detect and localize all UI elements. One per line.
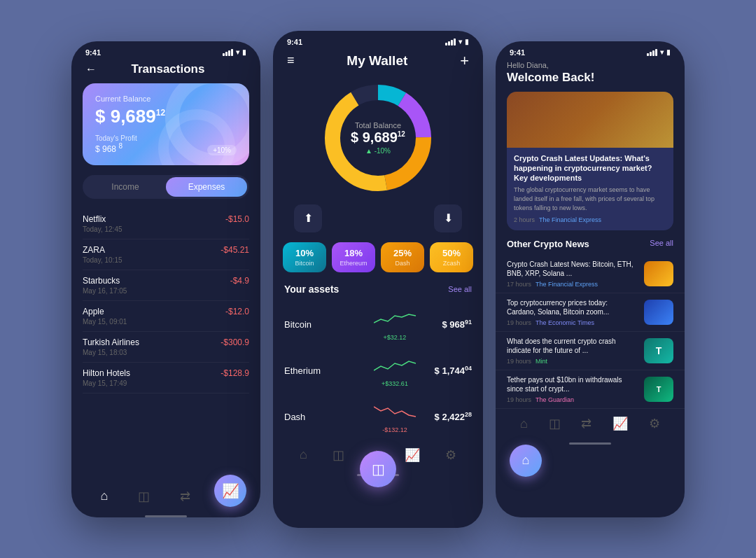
transfer-nav-icon[interactable]: ⇄	[180, 489, 190, 504]
news-content-4: Tether pays out $10bn in withdrawals sin…	[507, 375, 637, 403]
chart-nav-3[interactable]: 📈	[612, 416, 628, 431]
news-see-all[interactable]: See all	[650, 239, 673, 249]
asset-name-etherium: Etherium	[284, 365, 367, 376]
download-button[interactable]: ⬇	[434, 204, 462, 232]
profit-badge: +10%	[207, 145, 237, 155]
home-nav-3[interactable]: ⌂	[520, 417, 528, 431]
balance-label: Current Balance	[95, 95, 237, 103]
time-1: 9:41	[85, 48, 101, 57]
news-hero-title: Crypto Crash Latest Updates: What's happ…	[514, 153, 666, 183]
news-content-3: What does the current crypto crash indic…	[507, 337, 637, 365]
bottom-indicator-1	[145, 515, 187, 517]
wifi-icon: ▾	[236, 48, 239, 56]
balance-amount: $ 9,68912	[95, 106, 237, 127]
list-item[interactable]: Etherium +$332.61 $ 1,74404	[273, 348, 483, 394]
signal-icon	[223, 49, 233, 56]
battery-icon: ▮	[242, 48, 246, 56]
donut-actions: ⬆ ⬇	[273, 204, 483, 232]
donut-amount: $ 9,68912	[351, 130, 405, 146]
dash-pill[interactable]: 25% Dash	[381, 242, 424, 272]
etherium-value: $ 1,74404	[423, 365, 472, 376]
home-nav-icon[interactable]: ⌂	[100, 489, 108, 503]
table-row[interactable]: NetflixToday, 12:45 -$15.0	[83, 209, 249, 239]
news-content-2: Top cryptocurrency prices today: Cardano…	[507, 298, 637, 326]
list-item[interactable]: Bitcoin +$32.12 $ 96891	[273, 302, 483, 348]
list-item[interactable]: Crypto Crash Latest News: Bitcoin, ETH, …	[496, 255, 685, 293]
donut-chart: Total Balance $ 9,68912 ▲ -10%	[273, 78, 483, 197]
transactions-header: ← Transactions	[71, 60, 260, 83]
time-2: 9:41	[287, 38, 302, 46]
assets-see-all[interactable]: See all	[448, 285, 472, 293]
tab-toggle: Income Expenses	[83, 175, 249, 199]
status-icons-2: ▾ ▮	[445, 38, 469, 46]
donut-center: Total Balance $ 9,68912 ▲ -10%	[351, 121, 405, 155]
list-item[interactable]: Top cryptocurrency prices today: Cardano…	[496, 293, 685, 332]
news-hero-content: Crypto Crash Latest Updates: What's happ…	[507, 148, 673, 231]
income-tab[interactable]: Income	[85, 177, 166, 197]
news-thumb-3: T	[644, 338, 673, 363]
news-thumb-4: T	[644, 377, 673, 402]
list-item[interactable]: Tether pays out $10bn in withdrawals sin…	[496, 370, 685, 409]
table-row[interactable]: StarbucksMay 16, 17:05 -$4.9	[83, 270, 249, 301]
other-news-header: Other Crypto News See all	[496, 239, 685, 249]
list-item[interactable]: What does the current crypto crash indic…	[496, 332, 685, 370]
hero-time: 2 hours	[514, 216, 535, 223]
wallet-nav-icon[interactable]: ◫	[138, 489, 150, 504]
wallet-header: ≡ My Wallet +	[273, 49, 483, 78]
wallet-nav-3[interactable]: ◫	[549, 416, 561, 431]
phone-news: 9:41 ▾ ▮ Hello Diana, Welcome Back! Cryp…	[496, 41, 685, 517]
settings-nav-2[interactable]: ⚙	[445, 447, 456, 463]
chart-nav-2[interactable]: 📈	[405, 447, 420, 463]
table-row[interactable]: Turkish AirlinesMay 15, 18:03 -$300.9	[83, 332, 249, 363]
crypto-pills: 10% Bitcoin 18% Ethereum 25% Dash 50% Zc…	[273, 242, 483, 272]
wallet-nav-2[interactable]: ◫	[332, 447, 344, 463]
bottom-nav-1: ⌂ ◫ ⇄ ⚙ 📈	[71, 482, 260, 515]
bottom-nav-3: ⌂ ◫ ⇄ 📈 ⚙	[496, 409, 685, 442]
table-row[interactable]: ZARAToday, 10:15 -$45.21	[83, 239, 249, 270]
bitcoin-pill[interactable]: 10% Bitcoin	[283, 242, 326, 272]
news-hero-meta: 2 hours The Financial Express	[514, 216, 666, 223]
assets-title: Your assets	[284, 284, 339, 295]
settings-nav-3[interactable]: ⚙	[649, 416, 660, 431]
status-bar-3: 9:41 ▾ ▮	[496, 41, 685, 60]
list-item[interactable]: Dash -$132.12 $ 2,42228	[273, 394, 483, 440]
back-button[interactable]: ←	[85, 63, 97, 76]
fab-button-3[interactable]: ⌂	[510, 445, 542, 477]
status-bar-1: 9:41 ▾ ▮	[71, 41, 260, 60]
profit-label: Today's Profit	[95, 134, 237, 142]
transactions-title: Transactions	[104, 62, 232, 76]
news-hero-desc: The global cryptocurrency market seems t…	[514, 186, 666, 212]
fab-button-2[interactable]: ◫	[360, 451, 396, 487]
profit-amount: $ 968 8	[95, 142, 237, 154]
news-thumb-1	[644, 261, 673, 286]
signal-icon-2	[445, 39, 456, 46]
zcash-pill[interactable]: 50% Zcash	[430, 242, 473, 272]
add-button[interactable]: +	[460, 52, 469, 70]
battery-icon-2: ▮	[465, 38, 469, 46]
table-row[interactable]: AppleMay 15, 09:01 -$12.0	[83, 301, 249, 332]
donut-label: Total Balance	[351, 121, 405, 130]
news-hero-image	[507, 92, 673, 148]
news-thumb-2	[644, 300, 673, 325]
home-nav-2[interactable]: ⌂	[300, 447, 307, 462]
news-title-2: Top cryptocurrency prices today: Cardano…	[507, 298, 637, 316]
signal-icon-3	[647, 49, 657, 56]
share-button[interactable]: ⬆	[294, 204, 322, 232]
expenses-tab[interactable]: Expenses	[166, 177, 247, 197]
transfer-nav-3[interactable]: ⇄	[581, 416, 592, 431]
ethereum-pill[interactable]: 18% Ethereum	[332, 242, 375, 272]
dash-chart	[374, 401, 416, 422]
balance-card: Current Balance $ 9,68912 Today's Profit…	[83, 83, 249, 165]
asset-name-dash: Dash	[284, 412, 367, 422]
news-hero[interactable]: Crypto Crash Latest Updates: What's happ…	[507, 92, 673, 231]
time-3: 9:41	[510, 48, 525, 57]
table-row[interactable]: Hilton HotelsMay 15, 17:49 -$128.9	[83, 363, 249, 393]
news-title-3: What does the current crypto crash indic…	[507, 337, 637, 355]
news-title-4: Tether pays out $10bn in withdrawals sin…	[507, 375, 637, 393]
fab-button-1[interactable]: 📈	[214, 475, 246, 507]
etherium-chart	[374, 355, 416, 376]
news-content-1: Crypto Crash Latest News: Bitcoin, ETH, …	[507, 260, 637, 288]
menu-button[interactable]: ≡	[287, 53, 295, 68]
hello-text: Hello Diana,	[496, 60, 685, 71]
bottom-indicator-3	[569, 442, 611, 445]
